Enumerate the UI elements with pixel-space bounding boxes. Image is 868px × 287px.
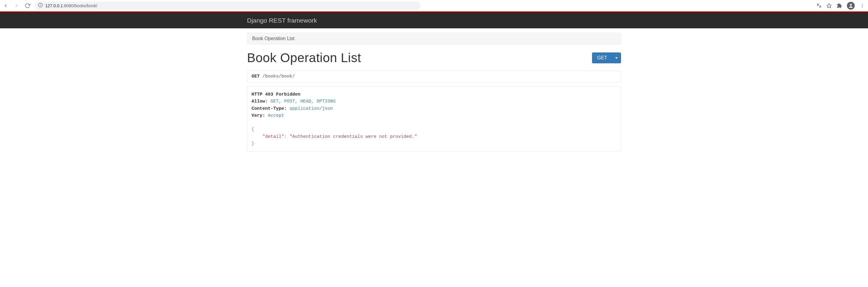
svg-marker-3 bbox=[827, 3, 832, 7]
reload-icon[interactable] bbox=[25, 3, 30, 8]
brand-link[interactable]: Django REST framework bbox=[247, 17, 317, 24]
address-bar[interactable]: 127.0.0.1:8080/books/book/ bbox=[34, 1, 421, 10]
json-close: } bbox=[251, 141, 254, 146]
hdr-val-2: Accept bbox=[268, 113, 284, 118]
request-method: GET bbox=[251, 74, 260, 79]
back-icon[interactable] bbox=[3, 3, 8, 8]
nav-buttons bbox=[3, 3, 30, 8]
menu-dots-icon[interactable] bbox=[860, 3, 865, 8]
action-buttons: GET bbox=[592, 53, 621, 63]
request-path: /books/book/ bbox=[262, 74, 295, 79]
svg-point-5 bbox=[862, 4, 863, 4]
json-open: { bbox=[251, 127, 254, 132]
profile-avatar[interactable] bbox=[847, 2, 855, 10]
star-icon[interactable] bbox=[826, 3, 832, 8]
hdr-val-0: GET, POST, HEAD, OPTIONS bbox=[271, 99, 336, 104]
response-box: HTTP 403 Forbidden Allow: GET, POST, HEA… bbox=[247, 87, 621, 152]
url-path: /books/book/ bbox=[73, 3, 97, 8]
caret-down-icon bbox=[615, 57, 618, 59]
get-button[interactable]: GET bbox=[592, 53, 612, 63]
forward-icon bbox=[14, 3, 19, 8]
get-dropdown-button[interactable] bbox=[612, 53, 621, 63]
hdr-val-1: application/json bbox=[289, 106, 333, 111]
svg-point-6 bbox=[862, 5, 863, 6]
info-icon bbox=[38, 3, 43, 8]
response-status: HTTP 403 Forbidden bbox=[251, 92, 300, 97]
browser-toolbar: 127.0.0.1:8080/books/book/ bbox=[0, 0, 868, 11]
json-value: "Authentication credentials were not pro… bbox=[289, 134, 417, 139]
hdr-name-2: Vary: bbox=[251, 113, 265, 118]
hdr-name-0: Allow: bbox=[251, 99, 268, 104]
svg-point-4 bbox=[850, 4, 852, 6]
page-title: Book Operation List bbox=[247, 51, 361, 65]
svg-point-7 bbox=[862, 7, 863, 7]
app-navbar: Django REST framework bbox=[0, 13, 868, 28]
browser-right-icons bbox=[816, 2, 865, 10]
breadcrumb: Book Operation List bbox=[247, 33, 621, 44]
translate-icon[interactable] bbox=[816, 3, 822, 8]
json-colon: : bbox=[284, 134, 289, 139]
json-key: "detail" bbox=[262, 134, 284, 139]
url-text: 127.0.0.1:8080/books/book/ bbox=[45, 3, 97, 8]
url-port: :8080 bbox=[63, 3, 73, 8]
breadcrumb-item[interactable]: Book Operation List bbox=[252, 36, 294, 41]
extensions-icon[interactable] bbox=[837, 3, 842, 8]
url-host: 127.0.0.1 bbox=[45, 3, 63, 8]
request-line: GET /books/book/ bbox=[247, 70, 621, 82]
hdr-name-1: Content-Type: bbox=[251, 106, 287, 111]
